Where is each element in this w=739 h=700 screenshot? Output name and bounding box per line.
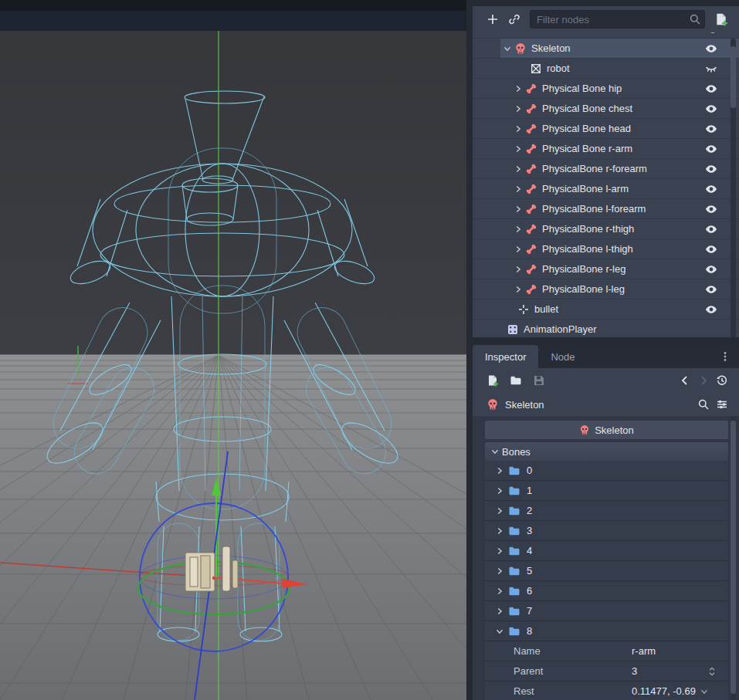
- 3d-scene[interactable]: [0, 31, 466, 700]
- property-value[interactable]: 3: [632, 665, 637, 677]
- tree-row-skeleton[interactable]: Skeleton: [473, 39, 739, 59]
- chevron-right-icon[interactable]: [513, 103, 524, 114]
- new-resource-icon[interactable]: [486, 374, 499, 387]
- physical-bone-icon: [525, 183, 537, 195]
- tree-row-physical-bone-hip[interactable]: Physical Bone hip: [473, 79, 739, 99]
- eye-icon[interactable]: [705, 263, 717, 276]
- physical-bone-icon: [525, 203, 537, 215]
- add-node-icon[interactable]: [486, 13, 499, 25]
- tree-row-label: robot: [547, 63, 570, 74]
- eye-icon[interactable]: [705, 223, 717, 235]
- chevron-right-icon[interactable]: [513, 123, 524, 134]
- eye-icon[interactable]: [705, 83, 717, 95]
- chevron-right-icon[interactable]: [513, 144, 524, 154]
- eye-closed-icon[interactable]: [705, 63, 717, 75]
- object-history-icon[interactable]: [716, 374, 728, 387]
- chevron-right-icon[interactable]: [513, 264, 524, 275]
- bone-row-0[interactable]: 0: [485, 461, 728, 481]
- eye-icon[interactable]: [705, 163, 717, 175]
- bone-row-2[interactable]: 2: [485, 501, 728, 521]
- instance-scene-link-icon[interactable]: [508, 13, 520, 25]
- bone-row-label: 5: [527, 565, 532, 577]
- tree-row-physical-bone-r-arm[interactable]: Physical Bone r-arm: [473, 139, 739, 159]
- mesh-icon: [530, 63, 542, 75]
- chevron-right-icon[interactable]: [494, 506, 505, 516]
- tree-scrollbar-thumb[interactable]: [731, 46, 736, 108]
- chevron-right-icon[interactable]: [494, 606, 505, 617]
- tree-row-physicalbone-l-forearm[interactable]: PhysicalBone l-forearm: [473, 199, 739, 219]
- property-label: Rest: [485, 685, 632, 697]
- chevron-right-icon[interactable]: [494, 566, 505, 577]
- new-scene-from-node-icon[interactable]: [714, 12, 728, 26]
- chevron-right-icon[interactable]: [494, 586, 505, 597]
- chevron-right-icon[interactable]: [513, 224, 524, 235]
- tab-node[interactable]: Node: [538, 345, 587, 368]
- eye-icon[interactable]: [705, 42, 717, 55]
- eye-icon[interactable]: [705, 103, 717, 115]
- chevron-right-icon[interactable]: [513, 83, 524, 94]
- chevron-right-icon[interactable]: [494, 465, 505, 476]
- chevron-down-icon[interactable]: [502, 43, 513, 54]
- property-value[interactable]: r-arm: [632, 645, 728, 657]
- tree-row-physical-bone-head[interactable]: Physical Bone head: [473, 119, 739, 139]
- history-back-icon[interactable]: [679, 374, 691, 387]
- chevron-right-icon[interactable]: [513, 244, 524, 255]
- folder-icon: [508, 505, 520, 517]
- property-label: Parent: [485, 665, 632, 677]
- bone-row-8[interactable]: 8: [485, 621, 728, 641]
- tree-scrollbar[interactable]: [731, 39, 736, 337]
- chevron-right-icon[interactable]: [513, 184, 524, 194]
- property-label: Name: [485, 645, 632, 657]
- tree-row-animationplayer[interactable]: AnimationPlayer: [473, 320, 739, 337]
- bone-row-7[interactable]: 7: [485, 601, 728, 621]
- inspector-scrollbar[interactable]: [731, 416, 736, 700]
- tree-row-bullet[interactable]: bullet: [473, 299, 739, 320]
- save-resource-icon[interactable]: [533, 374, 545, 387]
- chevron-right-icon[interactable]: [494, 526, 505, 536]
- tree-row-physicalbone-r-forearm[interactable]: PhysicalBone r-forearm: [473, 159, 739, 179]
- filter-nodes-input[interactable]: [530, 10, 705, 29]
- bone-row-4[interactable]: 4: [485, 541, 728, 561]
- tree-row-physicalbone-r-thigh[interactable]: PhysicalBone r-thigh: [473, 219, 739, 239]
- history-forward-icon[interactable]: [697, 374, 710, 387]
- tree-row-label: Physical Bone chest: [542, 103, 632, 114]
- eye-icon[interactable]: [705, 203, 717, 215]
- bone-row-1[interactable]: 1: [485, 481, 728, 501]
- tree-row-physicalbone-r-leg[interactable]: PhysicalBone r-leg: [473, 259, 739, 279]
- chevron-right-icon[interactable]: [494, 546, 505, 556]
- tree-row-label: PhysicalBone r-thigh: [542, 223, 634, 235]
- property-value[interactable]: 0.11477, -0.69: [632, 685, 696, 697]
- inspector-scrollbar-thumb[interactable]: [731, 421, 736, 694]
- spinner-updown-icon[interactable]: [707, 666, 717, 677]
- chevron-right-icon[interactable]: [513, 284, 524, 295]
- eye-icon[interactable]: [705, 123, 717, 135]
- chevron-right-icon[interactable]: [513, 164, 524, 174]
- search-properties-icon[interactable]: [697, 398, 710, 411]
- tree-row-physicalbone-l-arm[interactable]: PhysicalBone l-arm: [473, 179, 739, 199]
- tune-filter-icon[interactable]: [716, 398, 728, 411]
- chevron-right-icon[interactable]: [513, 204, 524, 215]
- eye-icon[interactable]: [705, 283, 717, 296]
- bone-row-6[interactable]: 6: [485, 581, 728, 601]
- chevron-right-icon[interactable]: [494, 485, 505, 496]
- tab-inspector[interactable]: Inspector: [473, 345, 538, 368]
- tree-row-physicalbone-l-thigh[interactable]: PhysicalBone l-thigh: [473, 239, 739, 259]
- physical-bone-icon: [525, 103, 537, 115]
- category-bones[interactable]: Bones: [485, 442, 728, 461]
- eye-icon[interactable]: [705, 183, 717, 195]
- eye-icon[interactable]: [705, 303, 717, 316]
- bone-row-5[interactable]: 5: [485, 561, 728, 581]
- dock-menu-icon[interactable]: [719, 350, 731, 363]
- eye-icon[interactable]: [705, 143, 717, 155]
- tree-row-robot[interactable]: robot: [473, 59, 739, 79]
- tree-row-label: PhysicalBone l-arm: [542, 183, 629, 194]
- bone-row-3[interactable]: 3: [485, 521, 728, 541]
- tree-row-physicalbone-l-leg[interactable]: PhysicalBone l-leg: [473, 279, 739, 299]
- eye-icon[interactable]: [705, 243, 717, 255]
- 3d-viewport[interactable]: [0, 0, 466, 700]
- tree-row-label: Skeleton: [531, 42, 571, 54]
- chevron-down-icon[interactable]: [699, 686, 710, 697]
- tree-row-physical-bone-chest[interactable]: Physical Bone chest: [473, 99, 739, 119]
- load-resource-folder-icon[interactable]: [510, 374, 522, 387]
- chevron-down-icon[interactable]: [494, 626, 505, 637]
